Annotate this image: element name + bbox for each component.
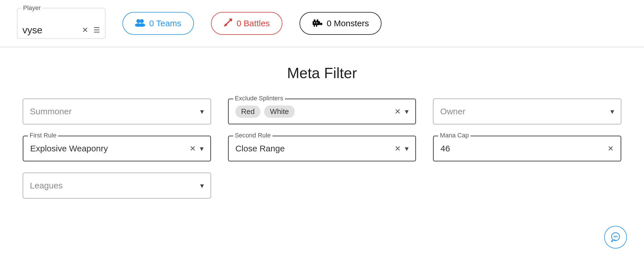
- mana-cap-value: 46: [440, 144, 608, 153]
- svg-point-16: [616, 236, 618, 237]
- svg-point-15: [615, 236, 616, 237]
- second-rule-actions: ✕ ▾: [395, 144, 409, 153]
- filter-row-2: First Rule Explosive Weaponry ✕ ▾ Second…: [23, 136, 621, 161]
- svg-rect-5: [313, 21, 320, 25]
- svg-rect-10: [316, 25, 317, 27]
- first-rule-clear-icon[interactable]: ✕: [190, 144, 196, 153]
- player-menu-icon[interactable]: ☰: [93, 26, 100, 34]
- first-rule-text: Explosive Weaponry: [30, 144, 108, 153]
- mana-cap-field[interactable]: Mana Cap 46 ✕: [433, 136, 621, 161]
- mana-cap-label: Mana Cap: [438, 132, 471, 139]
- second-rule-chevron-icon[interactable]: ▾: [405, 144, 409, 153]
- second-rule-value: Close Range: [235, 144, 395, 153]
- tag-white[interactable]: White: [264, 105, 294, 118]
- teams-label: 0 Teams: [149, 19, 181, 28]
- summoner-chevron-icon[interactable]: ▾: [200, 107, 204, 116]
- player-label: Player: [21, 4, 42, 12]
- monsters-label: 0 Monsters: [327, 19, 369, 28]
- teams-icon: [135, 18, 145, 29]
- second-rule-label: Second Rule: [233, 132, 272, 139]
- monsters-icon: [312, 18, 323, 29]
- svg-point-11: [314, 22, 315, 23]
- exclude-splinters-label: Exclude Splinters: [233, 95, 285, 102]
- player-icons: ✕ ☰: [82, 26, 100, 34]
- summoner-actions: ▾: [200, 107, 204, 116]
- chat-button[interactable]: [604, 226, 627, 249]
- svg-point-4: [225, 24, 227, 26]
- svg-point-1: [140, 19, 144, 23]
- svg-point-12: [316, 22, 317, 23]
- filter-row-3: Leagues ▾: [23, 173, 621, 198]
- exclude-splinters-chevron-icon[interactable]: ▾: [405, 107, 409, 116]
- page-title: Meta Filter: [23, 64, 621, 82]
- owner-placeholder: Owner: [440, 107, 465, 116]
- player-box: Player vyse ✕ ☰: [17, 8, 105, 39]
- summoner-placeholder: Summoner: [30, 107, 72, 116]
- top-bar: Player vyse ✕ ☰ 0 Teams: [0, 0, 644, 47]
- exclude-splinters-clear-icon[interactable]: ✕: [395, 107, 401, 116]
- battles-button[interactable]: 0 Battles: [211, 12, 282, 35]
- player-name: vyse: [22, 25, 42, 36]
- exclude-splinters-field[interactable]: Exclude Splinters Red White ✕ ▾: [228, 99, 416, 124]
- leagues-chevron-icon[interactable]: ▾: [200, 181, 204, 190]
- svg-point-17: [611, 240, 613, 242]
- clear-player-icon[interactable]: ✕: [82, 26, 88, 34]
- svg-rect-8: [317, 19, 318, 22]
- first-rule-field[interactable]: First Rule Explosive Weaponry ✕ ▾: [23, 136, 211, 161]
- first-rule-label: First Rule: [28, 132, 58, 139]
- mana-cap-text: 46: [440, 144, 450, 153]
- mana-cap-clear-icon[interactable]: ✕: [608, 144, 614, 153]
- second-rule-field[interactable]: Second Rule Close Range ✕ ▾: [228, 136, 416, 161]
- summoner-field[interactable]: Summoner ▾: [23, 99, 211, 124]
- teams-button[interactable]: 0 Teams: [122, 12, 194, 35]
- svg-point-0: [136, 19, 140, 23]
- second-rule-clear-icon[interactable]: ✕: [395, 144, 401, 153]
- svg-point-3: [138, 23, 145, 27]
- second-rule-text: Close Range: [235, 144, 285, 153]
- owner-field[interactable]: Owner ▾: [433, 99, 621, 124]
- svg-rect-6: [320, 23, 322, 25]
- filter-row-1: Summoner ▾ Exclude Splinters Red White ✕…: [23, 99, 621, 124]
- svg-rect-9: [314, 25, 315, 27]
- main-content: Meta Filter Summoner ▾ Exclude Splinters…: [0, 47, 644, 216]
- battles-icon: [223, 18, 233, 29]
- leagues-actions: ▾: [200, 181, 204, 190]
- owner-chevron-icon[interactable]: ▾: [610, 107, 614, 116]
- leagues-placeholder: Leagues: [30, 181, 63, 190]
- first-rule-value: Explosive Weaponry: [30, 144, 190, 153]
- first-rule-actions: ✕ ▾: [190, 144, 204, 153]
- player-content: vyse ✕ ☰: [22, 25, 100, 36]
- tag-red[interactable]: Red: [235, 105, 261, 118]
- owner-actions: ▾: [610, 107, 614, 116]
- svg-rect-7: [314, 19, 315, 22]
- leagues-field[interactable]: Leagues ▾: [23, 173, 211, 198]
- exclude-splinters-actions: ✕ ▾: [395, 107, 409, 116]
- mana-cap-actions: ✕: [608, 144, 614, 153]
- battles-label: 0 Battles: [237, 19, 270, 28]
- first-rule-chevron-icon[interactable]: ▾: [200, 144, 204, 153]
- svg-point-14: [614, 236, 615, 237]
- exclude-splinters-value: Red White: [235, 105, 395, 118]
- monsters-button[interactable]: 0 Monsters: [300, 12, 382, 35]
